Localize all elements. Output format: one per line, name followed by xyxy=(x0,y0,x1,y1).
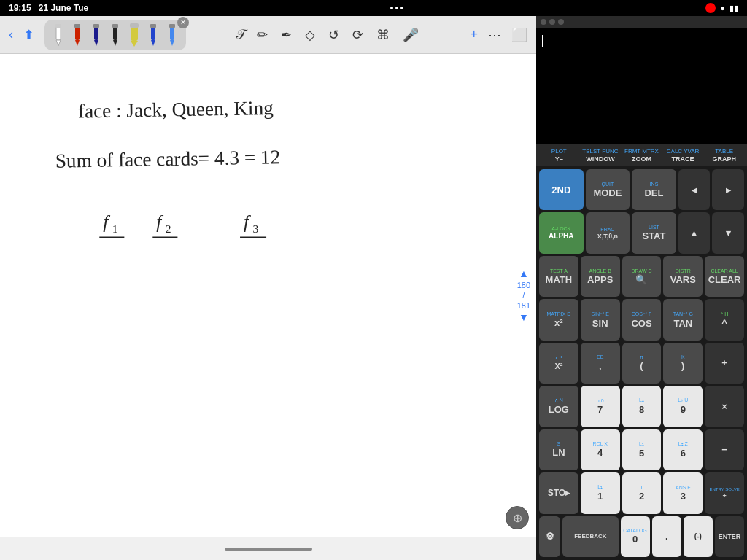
btn-apps[interactable]: ANGLE B APPS xyxy=(581,256,620,297)
pencil-button[interactable]: ✏ xyxy=(255,26,269,44)
key-row-9: ⚙ FEEDBACK CATALOG 0 . (-) ENTER xyxy=(539,516,744,557)
svg-rect-20 xyxy=(169,24,175,28)
btn-tan[interactable]: TAN⁻¹ G TAN xyxy=(663,299,703,340)
status-date: 21 June Tue xyxy=(39,3,88,13)
btn-up[interactable]: ▴ xyxy=(678,212,711,253)
btn-x2[interactable]: MATRIX D x² xyxy=(539,299,578,340)
pen-blue1[interactable] xyxy=(145,23,161,47)
btn-power[interactable]: ^ H ^ xyxy=(705,299,744,340)
btn-2nd[interactable]: 2ND xyxy=(539,169,584,210)
btn-dot[interactable]: . xyxy=(652,516,681,557)
btn-ln[interactable]: S LN xyxy=(539,429,578,470)
svg-marker-16 xyxy=(151,40,155,46)
pen-white[interactable] xyxy=(50,23,66,47)
main-area: ‹ ⬆ xyxy=(0,16,747,560)
btn-cos[interactable]: COS⁻¹ F COS xyxy=(622,299,662,340)
btn-clear[interactable]: CLEAR ALL CLEAR xyxy=(705,256,744,297)
btn-stat[interactable]: LIST STAT xyxy=(632,212,676,253)
svg-text:2: 2 xyxy=(166,222,171,235)
page-current: 181 xyxy=(517,301,530,310)
keypad: 2ND QUIT MODE INS DEL ◂ ▸ xyxy=(536,166,747,560)
btn-enter[interactable]: ENTER xyxy=(715,516,744,557)
btn-search[interactable]: DRAW C 🔍 xyxy=(622,256,662,297)
status-bar: 19:15 21 June Tue ● ▮▮ xyxy=(0,0,747,16)
btn-y-equals[interactable]: PLOTY= xyxy=(539,146,579,165)
back-button[interactable]: ‹ xyxy=(7,26,15,44)
highlighter-button[interactable]: ✒ xyxy=(279,26,293,44)
btn-xinv[interactable]: x⁻¹ X² xyxy=(539,343,578,384)
gallery-button[interactable]: ⬜ xyxy=(510,26,529,44)
page-down-arrow[interactable]: ▼ xyxy=(519,311,529,323)
btn-alpha[interactable]: A-LOCK ALPHA xyxy=(539,212,584,253)
transform-button[interactable]: ⟳ xyxy=(351,26,365,44)
key-row-5: x⁻¹ X² EE , π ( K ) + xyxy=(539,343,744,384)
btn-del[interactable]: INS DEL xyxy=(632,169,676,210)
calc-cursor xyxy=(542,35,543,47)
btn-4[interactable]: RCL X 4 xyxy=(581,429,620,470)
pen-tool-button[interactable]: 𝒯 xyxy=(234,26,245,44)
canvas-area[interactable]: face : Jack, Queen, King Sum of face car… xyxy=(0,54,536,537)
add-button[interactable]: + xyxy=(468,26,479,44)
btn-9[interactable]: L₅ U 9 xyxy=(663,386,703,427)
btn-vars[interactable]: DISTR VARS xyxy=(663,256,703,297)
btn-xtheta[interactable]: FRAC X,T,θ,n xyxy=(586,212,630,253)
btn-lparen[interactable]: π ( xyxy=(622,343,662,384)
btn-graph[interactable]: TABLEGRAPH xyxy=(704,146,744,165)
record-indicator xyxy=(705,3,716,13)
btn-comma[interactable]: EE , xyxy=(581,343,620,384)
shape-button[interactable]: ◇ xyxy=(303,26,317,44)
lasso-button[interactable]: ↺ xyxy=(327,26,341,44)
btn-log[interactable]: ∧ N LOG xyxy=(539,386,578,427)
btn-down[interactable]: ▾ xyxy=(712,212,744,253)
pen-yellow[interactable] xyxy=(126,23,142,47)
btn-1[interactable]: L₁ 1 xyxy=(581,472,620,513)
battery-icon: ▮▮ xyxy=(729,4,738,13)
mic-button[interactable]: 🎤 xyxy=(401,26,420,44)
toolbar-right: + ⋯ ⬜ xyxy=(468,26,529,44)
svg-text:1: 1 xyxy=(112,222,118,235)
btn-sto[interactable]: STO▸ xyxy=(539,472,578,513)
btn-right[interactable]: ▸ xyxy=(712,169,744,210)
key-row-4: MATRIX D x² SIN⁻¹ E SIN COS⁻¹ F COS TAN⁻… xyxy=(539,299,744,340)
pen-darkblue[interactable] xyxy=(88,23,104,47)
share-button[interactable]: ⬆ xyxy=(22,26,36,44)
btn-left[interactable]: ◂ xyxy=(678,169,711,210)
btn-feedback[interactable]: FEEDBACK xyxy=(562,516,618,557)
svg-rect-2 xyxy=(55,24,61,28)
svg-rect-5 xyxy=(74,24,80,28)
btn-0[interactable]: CATALOG 0 xyxy=(621,516,650,557)
btn-settings[interactable]: ⚙ xyxy=(539,516,560,557)
btn-7[interactable]: μ 0 7 xyxy=(581,386,620,427)
btn-5[interactable]: L₁ 5 xyxy=(622,429,662,470)
wifi-icon: ● xyxy=(720,4,725,12)
page-numbers: ▲ 180 / 181 ▼ xyxy=(517,268,530,323)
link-button[interactable]: ⌘ xyxy=(375,26,391,44)
zoom-button[interactable]: ⊕ xyxy=(506,506,529,529)
calc-dots xyxy=(541,19,564,25)
pen-black[interactable] xyxy=(107,23,123,47)
page-up-arrow[interactable]: ▲ xyxy=(519,268,529,279)
btn-8[interactable]: L₄ 8 xyxy=(622,386,662,427)
btn-trace[interactable]: CALC YVARTRACE xyxy=(663,146,703,165)
pen-selector: ✕ xyxy=(44,20,186,50)
btn-negate[interactable]: (-) xyxy=(684,516,713,557)
btn-window[interactable]: TBLST FUNCWINDOW xyxy=(581,146,621,165)
btn-sin[interactable]: SIN⁻¹ E SIN xyxy=(581,299,620,340)
pen-selector-close[interactable]: ✕ xyxy=(177,17,189,28)
svg-rect-17 xyxy=(150,24,156,28)
pen-red[interactable] xyxy=(69,23,85,47)
btn-plus[interactable]: + xyxy=(705,343,744,384)
btn-6[interactable]: L₂ Z 6 xyxy=(663,429,703,470)
dot3 xyxy=(400,7,403,9)
btn-2[interactable]: I 2 xyxy=(622,472,662,513)
btn-zoom[interactable]: FRMT MTRXZOOM xyxy=(622,146,662,165)
btn-multiply[interactable]: × xyxy=(705,386,744,427)
btn-minus[interactable]: − xyxy=(705,429,744,470)
btn-math[interactable]: TEST A MATH xyxy=(539,256,578,297)
func-row-1: PLOTY= TBLST FUNCWINDOW FRMT MTRXZOOM CA… xyxy=(536,144,747,166)
more-button[interactable]: ⋯ xyxy=(487,26,503,44)
btn-rparen[interactable]: K ) xyxy=(663,343,703,384)
btn-enter-right[interactable]: ENTRY SOLVE + xyxy=(705,472,744,513)
btn-mode[interactable]: QUIT MODE xyxy=(586,169,630,210)
btn-3[interactable]: ANS F 3 xyxy=(663,472,703,513)
